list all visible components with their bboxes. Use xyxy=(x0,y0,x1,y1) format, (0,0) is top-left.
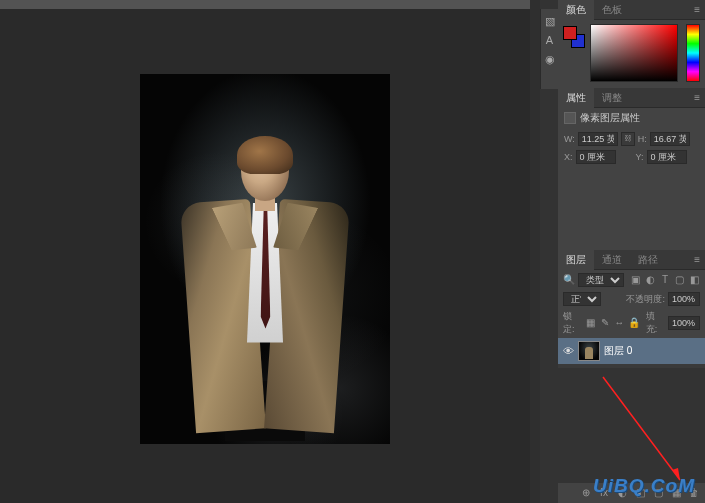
layers-panel-tabs: 图层 通道 路径 ≡ xyxy=(558,250,705,270)
figure-hair xyxy=(237,136,293,174)
paragraph-icon[interactable]: ◉ xyxy=(543,53,556,66)
width-input[interactable] xyxy=(578,132,618,146)
filter-smart-icon[interactable]: ◧ xyxy=(688,274,700,286)
fg-bg-swatches[interactable] xyxy=(563,26,585,48)
height-input[interactable] xyxy=(650,132,690,146)
visibility-eye-icon[interactable]: 👁 xyxy=(562,345,574,357)
lock-label: 锁定: xyxy=(563,310,582,336)
opacity-label: 不透明度: xyxy=(626,293,665,306)
link-wh-icon[interactable]: ⛓ xyxy=(621,132,635,146)
color-panel xyxy=(558,20,705,88)
lock-all-icon[interactable]: 🔒 xyxy=(628,317,640,329)
color-panel-menu-icon[interactable]: ≡ xyxy=(689,4,705,15)
filter-kind-icon[interactable]: 🔍 xyxy=(563,274,575,286)
lock-position-icon[interactable]: ↔ xyxy=(614,317,625,329)
hue-strip[interactable] xyxy=(686,24,700,82)
character-icon[interactable]: A xyxy=(543,34,556,47)
blend-mode-select[interactable]: 正常 xyxy=(563,292,601,306)
tab-paths[interactable]: 路径 xyxy=(630,250,666,270)
layer-name-label[interactable]: 图层 0 xyxy=(604,344,632,358)
tab-color[interactable]: 颜色 xyxy=(558,0,594,20)
collapsed-tool-dock[interactable]: ▧ A ◉ xyxy=(540,9,558,89)
layer-thumbnail[interactable] xyxy=(578,341,600,361)
filter-adjust-icon[interactable]: ◐ xyxy=(645,274,657,286)
filter-kind-select[interactable]: 类型 xyxy=(578,273,624,287)
right-panel-stack: 颜色 色板 ≡ 属性 调整 ≡ 像素图层属性 W: ⛓ H: xyxy=(558,0,705,503)
filter-shape-icon[interactable]: ▢ xyxy=(674,274,686,286)
height-label: H: xyxy=(638,134,647,144)
y-input[interactable] xyxy=(647,150,687,164)
tab-properties[interactable]: 属性 xyxy=(558,88,594,108)
properties-panel-menu-icon[interactable]: ≡ xyxy=(689,92,705,103)
figure xyxy=(180,141,350,441)
y-label: Y: xyxy=(636,152,644,162)
layers-panel: 🔍 类型 ▣ ◐ T ▢ ◧ 正常 不透明度: 锁定: ▦ ✎ ↔ 🔒 填充: xyxy=(558,270,705,503)
width-label: W: xyxy=(564,134,575,144)
color-field-picker[interactable] xyxy=(590,24,678,82)
layer-row[interactable]: 👁 图层 0 xyxy=(558,338,705,364)
swatches-icon[interactable]: ▧ xyxy=(543,15,556,28)
fill-input[interactable] xyxy=(668,316,700,330)
tab-channels[interactable]: 通道 xyxy=(594,250,630,270)
artboard-image[interactable] xyxy=(140,74,390,444)
filter-type-icon[interactable]: T xyxy=(659,274,671,286)
watermark-text: UiBQ.CoM xyxy=(593,475,695,497)
panel-divider xyxy=(530,0,540,503)
tab-layers[interactable]: 图层 xyxy=(558,250,594,270)
filter-pixel-icon[interactable]: ▣ xyxy=(630,274,642,286)
lock-transparent-icon[interactable]: ▦ xyxy=(585,317,596,329)
pixel-layer-icon xyxy=(564,112,576,124)
opacity-input[interactable] xyxy=(668,292,700,306)
properties-header: 像素图层属性 xyxy=(558,108,705,128)
properties-title: 像素图层属性 xyxy=(580,111,640,125)
fill-label: 填充: xyxy=(646,310,665,336)
properties-panel: 像素图层属性 W: ⛓ H: X: Y: xyxy=(558,108,705,172)
canvas-area[interactable] xyxy=(0,0,530,503)
x-label: X: xyxy=(564,152,573,162)
x-input[interactable] xyxy=(576,150,616,164)
color-panel-tabs: 颜色 色板 ≡ xyxy=(558,0,705,20)
tab-swatches[interactable]: 色板 xyxy=(594,0,630,20)
foreground-color-swatch[interactable] xyxy=(563,26,577,40)
lock-image-icon[interactable]: ✎ xyxy=(599,317,610,329)
properties-panel-tabs: 属性 调整 ≡ xyxy=(558,88,705,108)
layer-list-empty[interactable] xyxy=(558,368,705,483)
layer-list[interactable]: 👁 图层 0 xyxy=(558,338,705,368)
layers-panel-menu-icon[interactable]: ≡ xyxy=(689,254,705,265)
link-layers-icon[interactable]: ⊕ xyxy=(580,487,592,499)
panel-spacer xyxy=(558,172,705,250)
tab-adjustments[interactable]: 调整 xyxy=(594,88,630,108)
